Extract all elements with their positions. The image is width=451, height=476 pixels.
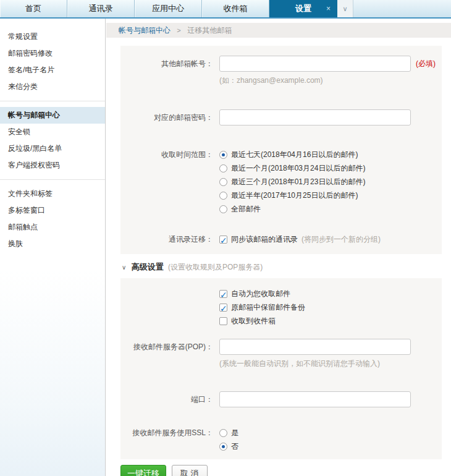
tab-inbox[interactable]: 收件箱 — [202, 0, 269, 17]
sidebar-item-multitab-window[interactable]: 多标签窗口 — [0, 202, 105, 219]
time-range-option-label: 最近一个月(2018年03月24日以后的邮件) — [231, 161, 365, 175]
sidebar-item-mail-classification[interactable]: 来信分类 — [0, 79, 105, 95]
tab-settings-label: 设置 — [295, 4, 311, 13]
breadcrumb-separator: > — [177, 27, 180, 34]
checkbox-unchecked-icon[interactable] — [219, 317, 227, 325]
sidebar-item-client-auth-password[interactable]: 客户端授权密码 — [0, 157, 105, 174]
ssl-no-label: 否 — [231, 440, 238, 453]
account-label: 其他邮箱帐号： — [120, 56, 213, 72]
tab-bar: 首页 通讯录 应用中心 收件箱 设置 × ∨ — [0, 0, 451, 19]
advanced-settings-panel: 自动为您收取邮件 原邮箱中保留邮件备份 收取到收件箱 接收邮件服务器(POP)：… — [120, 278, 442, 459]
time-range-option[interactable]: 最近三个月(2018年01月23日以后的邮件) — [219, 175, 365, 189]
password-row: 对应的邮箱密码： — [120, 109, 442, 125]
checkbox-checked-icon[interactable] — [219, 236, 227, 244]
radio-icon[interactable] — [219, 178, 227, 186]
auto-fetch-label: 自动为您收取邮件 — [231, 287, 290, 300]
ssl-label: 接收邮件服务使用SSL： — [120, 426, 213, 440]
pop-server-input[interactable] — [219, 339, 411, 355]
breadcrumb-current: 迁移其他邮箱 — [187, 26, 232, 35]
collapse-chevron-icon[interactable]: ∨ — [122, 264, 126, 271]
tab-settings[interactable]: 设置 × — [269, 0, 337, 17]
checkbox-checked-icon[interactable] — [219, 290, 227, 298]
radio-icon[interactable] — [219, 205, 227, 213]
sidebar-divider — [0, 101, 105, 101]
time-range-option[interactable]: 最近一个月(2018年03月24日以后的邮件) — [219, 161, 365, 175]
password-input[interactable] — [219, 109, 411, 125]
time-range-row: 收取时间范围： 最近七天(2018年04月16日以后的邮件) 最近一个月(201… — [120, 148, 442, 216]
pop-server-label: 接收邮件服务器(POP)： — [120, 339, 213, 355]
time-range-option-label: 最近三个月(2018年01月23日以后的邮件) — [231, 175, 365, 189]
contacts-migration-row: 通讯录迁移： 同步该邮箱的通讯录 (将同步到一个新的分组) — [120, 232, 442, 246]
pop-server-hint: (系统一般能自动识别，如不能识别请您手动输入) — [219, 359, 442, 369]
tab-home[interactable]: 首页 — [0, 0, 67, 17]
radio-icon[interactable] — [219, 164, 227, 172]
ssl-yes-label: 是 — [231, 426, 238, 440]
sidebar-item-password-change[interactable]: 邮箱密码修改 — [0, 45, 105, 62]
contacts-sync-note: (将同步到一个新的分组) — [301, 232, 381, 246]
checkbox-checked-icon[interactable] — [219, 304, 227, 312]
sidebar-item-signature[interactable]: 签名/电子名片 — [0, 62, 105, 79]
ssl-row: 接收邮件服务使用SSL： 是 否 — [120, 426, 442, 453]
basic-settings-panel: 其他邮箱帐号： (必填) (如：zhangsan@example.com) 对应… — [120, 46, 442, 254]
sidebar-item-folders-labels[interactable]: 文件夹和标签 — [0, 185, 105, 202]
radio-icon[interactable] — [219, 192, 227, 200]
radio-selected-icon[interactable] — [219, 151, 227, 159]
settings-sidebar: 常规设置 邮箱密码修改 签名/电子名片 来信分类 帐号与邮箱中心 安全锁 反垃圾… — [0, 19, 106, 476]
one-click-migrate-button[interactable]: 一键迁移 — [120, 465, 166, 476]
tab-overflow-button[interactable]: ∨ — [337, 0, 353, 17]
tab-app-center[interactable]: 应用中心 — [135, 0, 202, 17]
tab-contacts[interactable]: 通讯录 — [67, 0, 135, 17]
ssl-yes-option[interactable]: 是 — [219, 426, 238, 440]
close-icon[interactable]: × — [326, 0, 331, 17]
sidebar-item-account-center[interactable]: 帐号与邮箱中心 — [0, 107, 105, 124]
required-badge: (必填) — [416, 56, 436, 72]
advanced-settings-header[interactable]: ∨ 高级设置 (设置收取规则及POP服务器) — [122, 261, 451, 273]
time-range-option[interactable]: 全部邮件 — [219, 202, 365, 216]
sidebar-divider — [0, 179, 105, 180]
tabbar-spacer — [353, 0, 451, 17]
advanced-settings-title: 高级设置 — [132, 262, 164, 271]
sidebar-item-mailbox-touchpoint[interactable]: 邮箱触点 — [0, 219, 105, 236]
account-hint: (如：zhangsan@example.com) — [219, 75, 442, 86]
sidebar-item-change-skin[interactable]: 换肤 — [0, 236, 105, 252]
radio-icon[interactable] — [219, 429, 227, 437]
contacts-sync-option[interactable]: 同步该邮箱的通讯录 (将同步到一个新的分组) — [219, 232, 381, 246]
advanced-settings-subtitle: (设置收取规则及POP服务器) — [168, 263, 263, 271]
time-range-option-label: 最近七天(2018年04月16日以后的邮件) — [231, 148, 358, 161]
time-range-option-label: 最近半年(2017年10月25日以后的邮件) — [231, 189, 358, 202]
port-row: 端口： — [120, 391, 442, 407]
fetch-to-inbox-label: 收取到收件箱 — [231, 314, 276, 328]
breadcrumb: 帐号与邮箱中心 > 迁移其他邮箱 — [106, 23, 451, 38]
radio-selected-icon[interactable] — [219, 443, 227, 451]
time-range-option[interactable]: 最近七天(2018年04月16日以后的邮件) — [219, 148, 365, 161]
breadcrumb-parent-link[interactable]: 帐号与邮箱中心 — [119, 26, 171, 35]
sidebar-item-general-settings[interactable]: 常规设置 — [0, 28, 105, 45]
port-input[interactable] — [219, 391, 411, 407]
action-buttons-row: 一键迁移 取 消 — [120, 465, 451, 476]
sidebar-item-antispam[interactable]: 反垃圾/黑白名单 — [0, 140, 105, 157]
password-label: 对应的邮箱密码： — [120, 109, 213, 125]
time-range-option-label: 全部邮件 — [231, 202, 261, 216]
keep-backup-option[interactable]: 原邮箱中保留邮件备份 — [219, 300, 442, 314]
keep-backup-label: 原邮箱中保留邮件备份 — [231, 300, 305, 314]
time-range-label: 收取时间范围： — [120, 148, 213, 161]
contacts-migration-label: 通讯录迁移： — [120, 232, 213, 246]
port-label: 端口： — [120, 391, 213, 407]
fetch-to-inbox-option[interactable]: 收取到收件箱 — [219, 314, 442, 328]
ssl-no-option[interactable]: 否 — [219, 440, 238, 453]
contacts-sync-label: 同步该邮箱的通讯录 — [231, 232, 298, 246]
sidebar-item-security-lock[interactable]: 安全锁 — [0, 124, 105, 140]
time-range-option[interactable]: 最近半年(2017年10月25日以后的邮件) — [219, 189, 365, 202]
auto-fetch-option[interactable]: 自动为您收取邮件 — [219, 287, 442, 300]
chevron-down-icon: ∨ — [342, 5, 347, 12]
account-row: 其他邮箱帐号： (必填) — [120, 56, 442, 72]
account-input[interactable] — [219, 56, 411, 72]
pop-server-row: 接收邮件服务器(POP)： — [120, 339, 442, 355]
main-panel: 帐号与邮箱中心 > 迁移其他邮箱 其他邮箱帐号： (必填) (如：zhangsa… — [106, 19, 451, 476]
cancel-button[interactable]: 取 消 — [172, 465, 208, 476]
